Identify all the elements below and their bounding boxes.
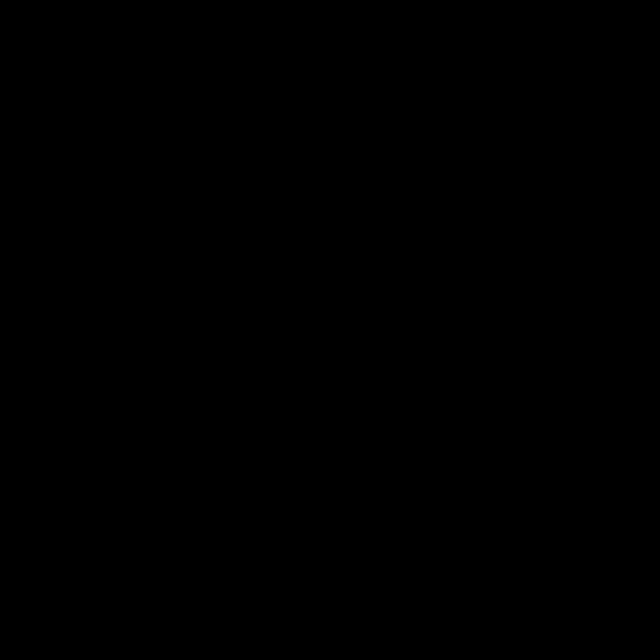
chart-container bbox=[0, 0, 644, 644]
bottleneck-chart bbox=[0, 0, 644, 644]
